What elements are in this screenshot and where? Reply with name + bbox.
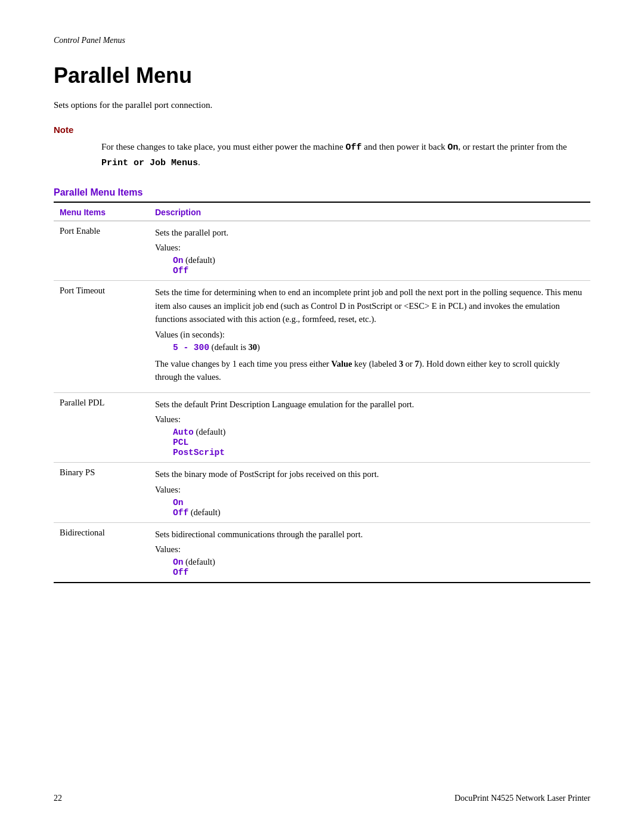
page-number: 22 bbox=[54, 794, 62, 803]
values-label: Values: bbox=[155, 243, 584, 253]
note-text-4: . bbox=[198, 157, 200, 167]
value-on: On (default) bbox=[173, 255, 584, 265]
desc-text: Sets bidirectional communications throug… bbox=[155, 528, 584, 541]
row-desc-binary-ps: Sets the binary mode of PostScript for j… bbox=[149, 463, 590, 522]
row-desc-port-enable: Sets the parallel port. Values: On (defa… bbox=[149, 221, 590, 281]
note-text-1: For these changes to take place, you mus… bbox=[101, 142, 345, 151]
value-pcl: PCL bbox=[173, 437, 584, 447]
values-list: On Off (default) bbox=[173, 497, 584, 518]
product-name: DocuPrint N4525 Network Laser Printer bbox=[454, 794, 590, 803]
row-item-port-enable: Port Enable bbox=[54, 221, 149, 281]
row-item-bidirectional: Bidirectional bbox=[54, 522, 149, 583]
desc-text: Sets the parallel port. bbox=[155, 226, 584, 239]
range-default: 30 bbox=[249, 342, 258, 352]
table-header: Menu Items Description bbox=[54, 202, 590, 221]
values-list: On (default) Off bbox=[173, 255, 584, 275]
col-header-menu: Menu Items bbox=[54, 202, 149, 221]
table-section: Parallel Menu Items Menu Items Descripti… bbox=[54, 187, 590, 583]
note-off1: Off bbox=[345, 143, 361, 153]
range-end: ) bbox=[257, 342, 260, 352]
note-print-or-job: Print or Job Menus bbox=[101, 158, 198, 168]
value-on: On bbox=[173, 497, 584, 507]
table-row: Port Timeout Sets the time for determini… bbox=[54, 281, 590, 392]
row-desc-port-timeout: Sets the time for determining when to en… bbox=[149, 281, 590, 392]
parallel-menu-table: Menu Items Description Port Enable Sets … bbox=[54, 202, 590, 583]
note-content: For these changes to take place, you mus… bbox=[101, 140, 590, 171]
desc-text: Sets the default Print Description Langu… bbox=[155, 398, 584, 411]
note-block: Note For these changes to take place, yo… bbox=[54, 125, 590, 171]
note-text-3: , or restart the printer from the bbox=[459, 142, 567, 151]
row-desc-parallel-pdl: Sets the default Print Description Langu… bbox=[149, 392, 590, 462]
footer: 22 DocuPrint N4525 Network Laser Printer bbox=[54, 794, 590, 803]
values-label: Values: bbox=[155, 485, 584, 495]
page-title: Parallel Menu bbox=[54, 63, 590, 88]
table-row: Bidirectional Sets bidirectional communi… bbox=[54, 522, 590, 583]
extra-note: The value changes by 1 each time you pre… bbox=[155, 357, 584, 384]
breadcrumb: Control Panel Menus bbox=[54, 36, 590, 45]
table-row: Parallel PDL Sets the default Print Desc… bbox=[54, 392, 590, 462]
row-desc-bidirectional: Sets bidirectional communications throug… bbox=[149, 522, 590, 583]
row-item-parallel-pdl: Parallel PDL bbox=[54, 392, 149, 462]
row-item-binary-ps: Binary PS bbox=[54, 463, 149, 522]
col-header-desc: Description bbox=[149, 202, 590, 221]
values-label: Values (in seconds): bbox=[155, 330, 584, 340]
values-list: Auto (default) PCL PostScript bbox=[173, 427, 584, 457]
table-row: Port Enable Sets the parallel port. Valu… bbox=[54, 221, 590, 281]
values-label: Values: bbox=[155, 414, 584, 425]
value-auto: Auto (default) bbox=[173, 427, 584, 437]
values-range: 5 - 300 (default is 30) bbox=[173, 342, 584, 352]
row-item-port-timeout: Port Timeout bbox=[54, 281, 149, 392]
values-list: On (default) Off bbox=[173, 557, 584, 577]
note-on1: On bbox=[448, 143, 459, 153]
value-off: Off bbox=[173, 265, 584, 275]
value-on: On (default) bbox=[173, 557, 584, 567]
intro-text: Sets options for the parallel port conne… bbox=[54, 100, 590, 110]
desc-text: Sets the time for determining when to en… bbox=[155, 286, 584, 326]
value-off: Off bbox=[173, 567, 584, 577]
note-text-2: and then power it back bbox=[361, 142, 447, 151]
note-label: Note bbox=[54, 125, 590, 135]
value-postscript: PostScript bbox=[173, 447, 584, 457]
desc-text: Sets the binary mode of PostScript for j… bbox=[155, 467, 584, 481]
values-label: Values: bbox=[155, 544, 584, 555]
table-row: Binary PS Sets the binary mode of PostSc… bbox=[54, 463, 590, 522]
range-suffix: (default is bbox=[209, 342, 249, 352]
section-title: Parallel Menu Items bbox=[54, 187, 590, 198]
value-off: Off (default) bbox=[173, 507, 584, 518]
